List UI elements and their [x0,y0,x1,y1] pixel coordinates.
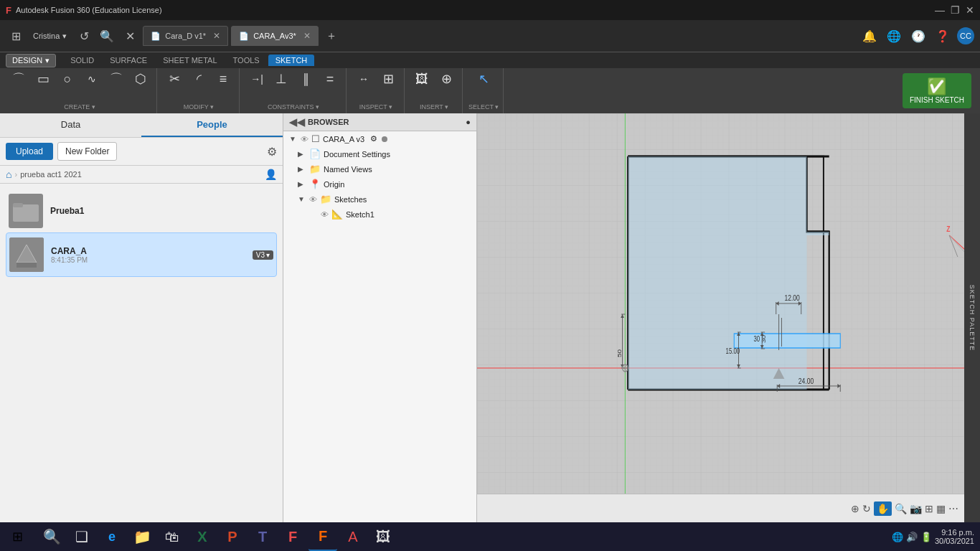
taskbar-volume-icon[interactable]: 🔊 [906,532,918,542]
constraint-perp-btn[interactable]: ⊥ [270,71,293,87]
taskbar-taskview-icon[interactable]: ❑ [67,522,96,551]
tab-cara-a[interactable]: 📄 CARA_Av3* ✕ [231,26,319,46]
search-icon[interactable]: 🔍 [97,26,117,46]
taskbar-clock[interactable]: 9:16 p.m. 30/03/2021 [935,528,974,545]
tree-item-named-views[interactable]: ▶ 📁 Named Views [283,161,476,176]
refresh-icon[interactable]: ↺ [74,26,94,46]
tab-sheet-metal[interactable]: SHEET METAL [156,55,224,66]
tree-toggle-icon[interactable]: ▶ [298,180,306,188]
tab-sketch[interactable]: SKETCH [268,55,315,66]
network-icon[interactable]: 🌐 [884,26,904,46]
breadcrumb-home-icon[interactable]: ⌂ [6,169,11,180]
data-tab[interactable]: Data [0,113,141,137]
camera-icon[interactable]: 📷 [910,503,922,514]
tree-toggle-icon[interactable]: ▼ [289,135,298,143]
taskbar-powerpoint-icon[interactable]: P [218,522,247,551]
tab-cara-d[interactable]: 📄 Cara_D v1* ✕ [143,26,228,46]
create-spline-btn[interactable]: ∿ [80,72,103,85]
create-rect-btn[interactable]: ▭ [32,71,55,87]
tree-toggle-icon[interactable]: ▶ [298,165,306,173]
close-button[interactable]: ✕ [966,4,974,16]
insert-dxf-btn[interactable]: ⊕ [435,71,458,87]
inspect-dimension-btn[interactable]: ↔ [352,72,375,85]
sketch-canvas[interactable]: 12.00 30 30 15.00 [477,113,980,522]
create-circle-btn[interactable]: ○ [56,71,79,87]
tree-toggle-icon[interactable]: ▼ [298,195,306,203]
notification-icon[interactable]: 🔔 [859,26,880,46]
create-arc-btn[interactable]: ⌒ [7,71,30,87]
grid-view-icon[interactable]: ⊞ [925,503,933,514]
breadcrumb-share-icon[interactable]: 👤 [265,169,277,180]
tree-eye-icon[interactable]: 👁 [301,135,308,143]
constraint-parallel-btn[interactable]: ∥ [294,71,317,87]
start-button[interactable]: ⊞ [0,522,34,551]
taskbar-excel-icon[interactable]: X [188,522,217,551]
user-avatar[interactable]: CC [957,27,974,44]
maximize-button[interactable]: ❐ [951,4,960,16]
tab-cara-d-close[interactable]: ✕ [213,31,220,41]
tree-item-doc-settings[interactable]: ▶ 📄 Document Settings [283,146,476,161]
tree-item-sketch1[interactable]: 👁 📐 Sketch1 [283,207,476,222]
file-name: Prueba1 [50,206,84,216]
new-folder-button[interactable]: New Folder [57,142,117,161]
constraint-coincident-btn[interactable]: →| [245,72,268,85]
taskbar-search-icon[interactable]: 🔍 [37,522,66,551]
taskbar-battery-icon[interactable]: 🔋 [920,532,932,542]
breadcrumb-path[interactable]: prueba act1 2021 [20,170,82,179]
help-icon[interactable]: ❓ [933,26,953,46]
hand-icon[interactable]: ✋ [874,501,892,516]
tab-surface[interactable]: SURFACE [103,55,154,66]
pan-icon[interactable]: ⊕ [851,503,859,514]
finish-sketch-check-icon: ✅ [927,77,946,96]
upload-button[interactable]: Upload [6,143,53,160]
create-polygon-btn[interactable]: ⬡ [129,71,152,87]
zoom-icon[interactable]: 🔍 [895,503,907,514]
tree-gear-icon[interactable]: ⚙ [370,134,377,143]
close-panel-icon[interactable]: ✕ [120,26,140,46]
sketch-palette-panel[interactable]: SKETCH PALETTE [964,113,980,522]
taskbar-network-icon[interactable]: 🌐 [892,532,903,542]
list-item[interactable]: CARA_A 8:41:35 PM V3 ▾ [6,232,277,277]
design-dropdown[interactable]: DESIGN ▾ [6,54,56,67]
window-controls[interactable]: — ❐ ✕ [935,4,974,16]
browser-collapse-icon[interactable]: ◀◀ [289,116,305,128]
taskbar-teams-icon[interactable]: T [248,522,277,551]
modify-fillet-btn[interactable]: ◜ [187,71,210,87]
minimize-button[interactable]: — [935,4,945,16]
people-tab[interactable]: People [141,113,283,137]
taskbar-photos-icon[interactable]: 🖼 [369,522,397,551]
constraint-equal-btn[interactable]: = [319,71,341,87]
taskbar-store-icon[interactable]: 🛍 [158,522,187,551]
tab-solid[interactable]: SOLID [63,55,101,66]
panel-settings-icon[interactable]: ⚙ [267,145,277,159]
list-item[interactable]: Prueba1 [6,189,277,232]
taskbar-acrobat-icon[interactable]: A [339,522,367,551]
taskbar-explorer-icon[interactable]: 📁 [128,522,156,551]
tab-tools[interactable]: TOOLS [226,55,267,66]
taskbar-fusion360-icon[interactable]: F [308,522,337,551]
create-arc2-btn[interactable]: ⌒ [105,71,128,87]
taskbar-pdf-icon[interactable]: F [278,522,307,551]
finish-sketch-button[interactable]: ✅ FINISH SKETCH [903,73,971,108]
tree-eye-icon[interactable]: 👁 [309,195,317,204]
modify-trim-btn[interactable]: ✂ [163,71,186,87]
insert-image-btn[interactable]: 🖼 [410,71,433,87]
tree-item-sketches[interactable]: ▼ 👁 📁 Sketches [283,192,476,207]
user-menu[interactable]: Cristina ▾ [29,29,71,43]
display-icon[interactable]: ▦ [936,503,946,514]
tree-item-origin[interactable]: ▶ 📍 Origin [283,176,476,192]
taskbar-edge-icon[interactable]: e [98,522,126,551]
tree-toggle-icon[interactable]: ▶ [298,150,306,158]
new-tab-icon[interactable]: ＋ [321,26,341,46]
clock-icon[interactable]: 🕐 [908,26,928,46]
tab-cara-a-close[interactable]: ✕ [303,31,311,41]
select-btn[interactable]: ↖ [472,71,495,87]
modify-offset-btn[interactable]: ≡ [212,71,235,87]
tree-item-cara-a[interactable]: ▼ 👁 ☐ CARA_A v3 ⚙ [283,131,476,146]
inspect-grid-btn[interactable]: ⊞ [377,71,400,87]
rotate-icon[interactable]: ↻ [862,503,871,514]
more-icon[interactable]: ⋯ [948,503,958,514]
grid-menu-icon[interactable]: ⊞ [6,26,26,46]
file-version-badge[interactable]: V3 ▾ [253,250,273,260]
tree-eye-icon[interactable]: 👁 [321,210,329,219]
